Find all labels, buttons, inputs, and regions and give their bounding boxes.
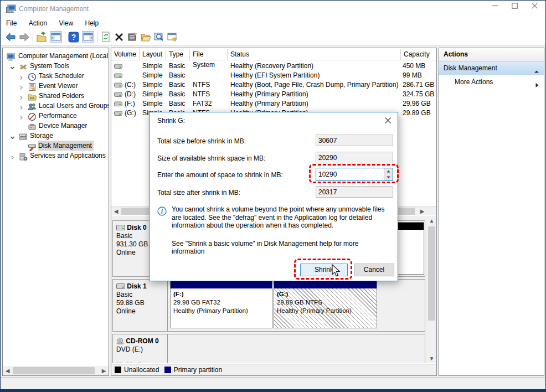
- back-icon[interactable]: [4, 31, 17, 43]
- scrollbar-thumb[interactable]: [13, 367, 95, 374]
- info-icon: i: [157, 207, 167, 218]
- column-type[interactable]: Type: [166, 49, 190, 60]
- system-tools-icon: [19, 61, 28, 71]
- tree-item-storage[interactable]: Storage: [3, 131, 109, 141]
- volume-icon: [114, 92, 122, 97]
- volume-row[interactable]: Simple Basic Healthy (EFI System Partiti…: [111, 71, 436, 80]
- cancel-button[interactable]: Cancel: [354, 264, 394, 276]
- primary-partition-band: [274, 281, 377, 288]
- primary-partition-swatch: [164, 367, 171, 373]
- scroll-down-arrow[interactable]: ▼︎: [427, 354, 436, 363]
- event-viewer-icon: [28, 81, 37, 91]
- help-topics-icon[interactable]: [166, 31, 178, 43]
- scroll-left-arrow[interactable]: ◀︎: [111, 207, 121, 216]
- delete-icon[interactable]: [113, 31, 125, 43]
- available-shrink-space-field: [316, 152, 393, 163]
- scroll-right-arrow[interactable]: ▶︎: [99, 366, 109, 375]
- partition-f[interactable]: (F:) 29.98 GB FAT32 Healthy (Primary Par…: [170, 281, 272, 328]
- chevron-right-icon[interactable]: [10, 153, 15, 163]
- device-manager-icon: [28, 121, 37, 131]
- shrink-dialog: Shrink G: Total size before shrink in MB…: [149, 112, 398, 281]
- volume-icon: [114, 73, 122, 79]
- scroll-left-arrow[interactable]: ◀︎: [3, 366, 12, 375]
- spin-up-button[interactable]: [384, 168, 393, 174]
- scroll-up-arrow[interactable]: ▲︎: [427, 216, 436, 225]
- tree-horizontal-scrollbar[interactable]: ◀︎ ▶︎: [3, 366, 109, 375]
- shrink-amount-spinner: [316, 168, 393, 181]
- tree-item-services-and-applications[interactable]: Services and Applications: [3, 151, 109, 161]
- tree-item-computer-management[interactable]: Computer Management (Local: [3, 51, 109, 61]
- partition-legend: Unallocated Primary partition: [111, 364, 436, 375]
- svg-text:?: ?: [71, 33, 76, 42]
- disk-view-vertical-scrollbar[interactable]: ▲︎ ▼︎: [427, 216, 436, 363]
- more-actions-item[interactable]: More Actions: [439, 76, 544, 88]
- spin-down-button[interactable]: [384, 174, 393, 180]
- close-button[interactable]: [526, 3, 543, 15]
- app-icon: [6, 4, 16, 13]
- show-console-tree-icon[interactable]: [50, 31, 62, 43]
- volume-icon: [114, 101, 122, 107]
- performance-icon: [28, 111, 37, 121]
- maximize-button[interactable]: [506, 3, 523, 15]
- partition-g-selected[interactable]: (G:) 29.89 GB NTFS Healthy (Primary Part…: [274, 281, 377, 328]
- users-icon: [28, 101, 37, 111]
- shrink-button[interactable]: Shrink: [300, 264, 348, 276]
- actions-group-disk-management[interactable]: Disk Management: [439, 62, 544, 75]
- dialog-close-icon[interactable]: [384, 117, 392, 125]
- column-layout[interactable]: Layout: [140, 49, 166, 60]
- tree-item-task-scheduler[interactable]: Task Scheduler: [3, 71, 109, 81]
- disk-management-icon: [28, 141, 37, 151]
- column-capacity[interactable]: Capacity: [401, 49, 436, 60]
- minimize-button[interactable]: [486, 3, 503, 15]
- disk1-row: Disk 1 Basic 59.88 GB Online (F:) 29.98 …: [112, 279, 425, 332]
- up-one-level-icon[interactable]: [35, 31, 48, 43]
- primary-partition-band: [171, 281, 272, 288]
- toolbar: ?: [1, 29, 545, 45]
- tree-item-system-tools[interactable]: System Tools: [3, 61, 109, 71]
- cdrom-icon: [116, 338, 124, 344]
- cdrom-label[interactable]: CD-ROM 0 DVD (E:) No Media: [113, 334, 168, 363]
- find-icon[interactable]: [153, 31, 165, 43]
- cdrom-row: CD-ROM 0 DVD (E:) No Media: [112, 334, 425, 363]
- menu-help[interactable]: Help: [80, 17, 104, 29]
- volume-row[interactable]: (C:) Simple Basic NTFS Healthy (Boot, Pa…: [111, 80, 436, 90]
- help-icon[interactable]: ?: [68, 31, 80, 43]
- unallocated-swatch: [115, 367, 121, 373]
- dialog-help-text: See "Shrink a basic volume" in Disk Mana…: [172, 240, 393, 255]
- tree-item-disk-management[interactable]: Disk Management: [3, 141, 109, 151]
- disk1-label[interactable]: Disk 1 Basic 59.88 GB Online: [113, 280, 168, 331]
- scroll-right-arrow[interactable]: ▶︎: [418, 207, 427, 216]
- scrollbar-thumb[interactable]: [428, 226, 435, 321]
- column-status[interactable]: Status: [228, 49, 401, 60]
- console-tree: Computer Management (Local System Tools …: [2, 48, 109, 376]
- dialog-info-text: You cannot shrink a volume beyond the po…: [172, 205, 391, 230]
- computer-icon: [7, 51, 16, 61]
- menu-file[interactable]: File: [1, 17, 22, 29]
- volume-row[interactable]: (D:) Simple Basic NTFS Healthy (Primary …: [111, 90, 436, 99]
- tree-item-event-viewer[interactable]: Event Viewer: [3, 81, 109, 91]
- tree-item-shared-folders[interactable]: Shared Folders: [3, 91, 109, 101]
- computer-management-window: Computer Management File Action View Hel…: [0, 0, 546, 392]
- forward-icon[interactable]: [18, 31, 30, 43]
- shrink-amount-input[interactable]: [316, 168, 384, 180]
- menu-bar: File Action View Help: [1, 17, 545, 29]
- properties-icon[interactable]: [126, 31, 138, 43]
- tree-item-local-users-and-groups[interactable]: Local Users and Groups: [3, 101, 109, 111]
- legend-primary-partition: Primary partition: [174, 366, 222, 374]
- menu-action[interactable]: Action: [24, 17, 52, 29]
- tree-item-performance[interactable]: Performance: [3, 111, 109, 121]
- window-bottom-edge: [1, 389, 546, 392]
- column-file-system[interactable]: File System: [190, 49, 228, 60]
- column-volume[interactable]: Volume: [111, 49, 140, 60]
- title-bar: Computer Management: [1, 1, 545, 17]
- volume-row[interactable]: Simple Basic Healthy (Recovery Partition…: [111, 61, 436, 71]
- refresh-icon[interactable]: [100, 31, 112, 43]
- volume-icon: [114, 82, 122, 88]
- tree-item-device-manager[interactable]: Device Manager: [3, 121, 109, 131]
- menu-view[interactable]: View: [54, 17, 78, 29]
- volume-row[interactable]: (F:) Simple Basic FAT32 Healthy (Primary…: [111, 99, 436, 109]
- legend-unallocated: Unallocated: [124, 366, 159, 374]
- show-action-pane-icon[interactable]: [82, 31, 94, 43]
- disk-icon: [116, 283, 125, 289]
- open-icon[interactable]: [140, 31, 152, 43]
